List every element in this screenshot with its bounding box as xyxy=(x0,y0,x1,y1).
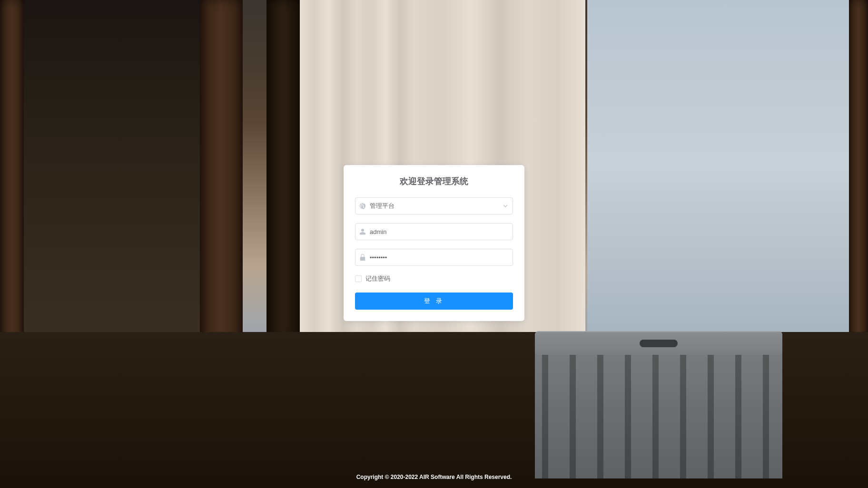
platform-select[interactable]: 管理平台 xyxy=(355,197,513,215)
checkbox-box xyxy=(355,275,362,282)
login-button[interactable]: 登 录 xyxy=(355,293,513,310)
username-input[interactable] xyxy=(370,224,513,240)
login-card: 欢迎登录管理系统 管理平台 记住 xyxy=(344,165,524,321)
user-icon xyxy=(355,228,370,235)
login-title: 欢迎登录管理系统 xyxy=(355,176,513,187)
platform-selected-value: 管理平台 xyxy=(370,198,498,214)
chevron-down-icon xyxy=(498,203,513,209)
globe-icon xyxy=(355,203,370,209)
lock-icon xyxy=(355,254,370,261)
username-field xyxy=(355,223,513,240)
password-field xyxy=(355,249,513,266)
footer-copyright: Copyright © 2020-2022 AIR Software All R… xyxy=(0,474,868,480)
platform-field: 管理平台 xyxy=(355,197,513,215)
password-input[interactable] xyxy=(370,249,513,265)
remember-checkbox[interactable]: 记住密码 xyxy=(355,274,513,283)
remember-label: 记住密码 xyxy=(365,274,390,283)
